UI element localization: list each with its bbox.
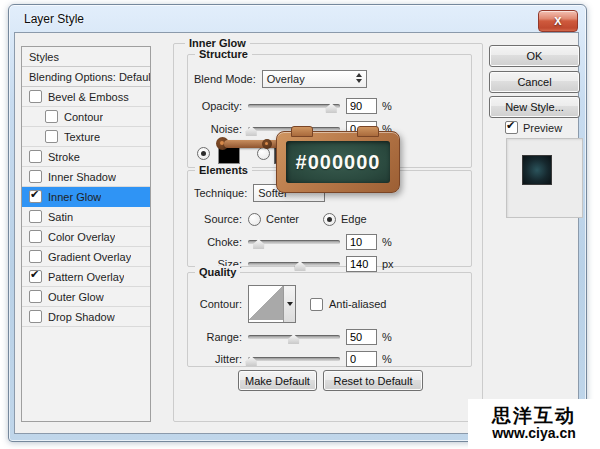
dialog-content: Styles Blending Options: Default Bevel &… [14,32,579,434]
jitter-label: Jitter: [194,353,242,365]
opacity-input[interactable] [346,98,377,114]
sidebar-item-drop-shadow[interactable]: Drop Shadow [22,307,150,327]
row-label: Contour [64,111,103,123]
choke-slider[interactable] [248,240,340,244]
row-label: Color Overlay [48,231,115,243]
preview-thumbnail [522,155,552,185]
style-checkbox[interactable] [45,110,58,123]
range-label: Range: [194,331,242,343]
watermark: 思洋互动 www.ciya.cn [468,399,600,449]
preview-label: Preview [523,122,562,134]
range-input[interactable] [346,329,377,345]
style-checkbox[interactable] [29,290,42,303]
source-center-label: Center [266,213,299,225]
style-checkbox[interactable] [29,190,42,203]
choke-input[interactable] [346,234,377,250]
range-slider[interactable] [248,335,340,339]
sidebar-item-styles[interactable]: Styles [22,47,150,67]
pointer-knob2-icon [262,139,272,149]
row-label: Drop Shadow [48,311,115,323]
style-checkbox[interactable] [45,130,58,143]
color-annotation-board: #000000 [276,131,400,193]
make-default-button[interactable]: Make Default [238,370,317,391]
board-tab-icon [291,126,313,137]
jitter-unit: % [382,353,392,365]
opacity-label: Opacity: [194,100,242,112]
watermark-name: 思洋互动 [492,406,576,426]
opacity-unit: % [382,100,392,112]
contour-thumbnail [249,286,283,320]
size-unit: px [382,258,394,270]
style-checkbox[interactable] [29,310,42,323]
sidebar-item-bevel-emboss[interactable]: Bevel & Emboss [22,87,150,107]
contour-picker[interactable] [248,285,296,323]
sidebar-item-stroke[interactable]: Stroke [22,147,150,167]
source-label: Source: [194,213,242,225]
choke-label: Choke: [194,236,242,248]
quality-title: Quality [195,266,240,278]
close-button[interactable]: X [538,10,578,32]
sidebar-item-inner-glow[interactable]: Inner Glow [22,187,150,207]
opacity-slider-thumb[interactable] [326,103,337,113]
jitter-input[interactable] [346,351,377,367]
source-center-radio[interactable] [248,213,261,226]
source-edge-label: Edge [341,213,367,225]
page: Layer Style X Styles Blending Options: D… [0,0,600,449]
sidebar-item-blending-options-default[interactable]: Blending Options: Default [22,67,150,87]
blend-mode-label: Blend Mode: [194,73,256,85]
technique-label: Technique: [194,187,247,199]
antialiased-checkbox[interactable] [310,298,323,311]
sidebar-item-pattern-overlay[interactable]: Pattern Overlay [22,267,150,287]
blend-mode-select[interactable]: Overlay [262,70,367,88]
sidebar-item-satin[interactable]: Satin [22,207,150,227]
style-checkbox[interactable] [29,230,42,243]
watermark-url: www.ciya.cn [492,426,576,441]
board-surface: #000000 [286,141,390,183]
sidebar-item-gradient-overlay[interactable]: Gradient Overlay [22,247,150,267]
jitter-slider-thumb[interactable] [246,356,257,366]
structure-title: Structure [195,48,252,60]
contour-dropdown-arrow-icon[interactable] [283,286,295,322]
color-radio[interactable] [197,147,210,160]
sidebar-item-color-overlay[interactable]: Color Overlay [22,227,150,247]
size-slider-thumb[interactable] [295,261,306,271]
preview-checkbox[interactable] [505,121,518,134]
ok-button[interactable]: OK [489,45,580,67]
new-style-button[interactable]: New Style... [489,96,580,118]
sidebar-item-texture[interactable]: Texture [22,127,150,147]
preview-panel [506,138,583,218]
size-slider[interactable] [248,262,340,266]
noise-label: Noise: [194,123,242,135]
elements-title: Elements [195,164,252,176]
window-title: Layer Style [24,12,84,26]
sidebar-item-inner-shadow[interactable]: Inner Shadow [22,167,150,187]
jitter-slider[interactable] [248,357,340,361]
sidebar-item-outer-glow[interactable]: Outer Glow [22,287,150,307]
contour-label: Contour: [194,298,242,310]
style-checkbox[interactable] [29,90,42,103]
antialiased-label: Anti-aliased [329,298,386,310]
choke-slider-thumb[interactable] [253,239,264,249]
reset-to-default-button[interactable]: Reset to Default [323,370,423,391]
style-checkbox[interactable] [29,170,42,183]
row-label: Gradient Overlay [48,251,131,263]
board-frame: #000000 [276,131,400,193]
style-checkbox[interactable] [29,210,42,223]
row-label: Stroke [48,151,80,163]
range-slider-thumb[interactable] [288,334,299,344]
dropdown-spinner-icon [356,73,362,83]
style-checkbox[interactable] [29,270,42,283]
source-edge-radio[interactable] [323,213,336,226]
blend-mode-value: Overlay [267,73,362,85]
size-input[interactable] [346,256,377,272]
opacity-slider[interactable] [248,104,340,108]
quality-group: Quality Contour: Anti-aliased Range: [187,272,472,367]
cancel-button[interactable]: Cancel [489,71,580,93]
row-label: Inner Shadow [48,171,116,183]
style-checkbox[interactable] [29,250,42,263]
choke-unit: % [382,236,392,248]
style-checkbox[interactable] [29,150,42,163]
noise-slider-thumb[interactable] [246,126,257,136]
row-label: Outer Glow [48,291,104,303]
sidebar-item-contour[interactable]: Contour [22,107,150,127]
